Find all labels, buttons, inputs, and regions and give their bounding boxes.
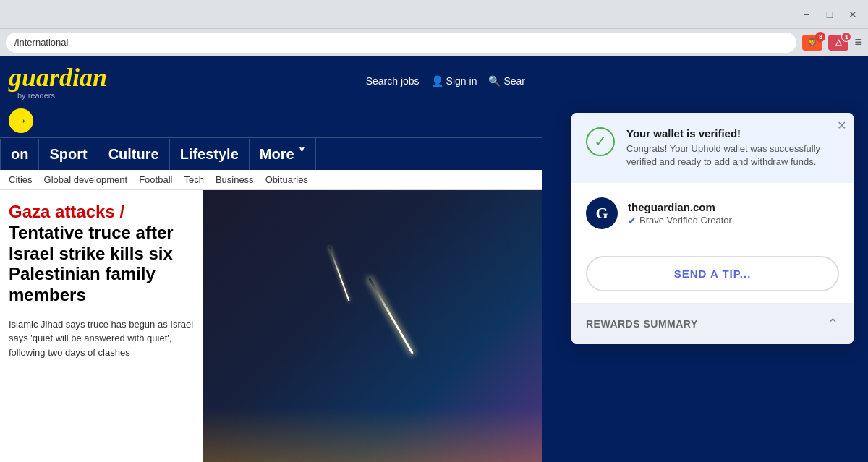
nav-item-culture[interactable]: Culture <box>98 139 170 170</box>
window-controls: − □ ✕ <box>800 8 859 21</box>
guardian-logo: guardian <box>9 62 107 93</box>
browser-titlebar: − □ ✕ <box>0 0 868 29</box>
address-bar[interactable]: /international <box>6 33 796 53</box>
close-button[interactable]: ✕ <box>846 8 859 21</box>
wallet-title: Your wallet is verified! <box>626 127 839 140</box>
secondary-nav-tech[interactable]: Tech <box>184 174 203 185</box>
shield-badge: 8 <box>815 32 825 42</box>
minimize-button[interactable]: − <box>800 8 813 21</box>
creator-section: G theguardian.com ✔ Brave Verified Creat… <box>571 183 854 244</box>
creator-info: theguardian.com ✔ Brave Verified Creator <box>628 201 732 226</box>
city-lights <box>203 408 542 462</box>
creator-verified-label: Brave Verified Creator <box>639 215 732 226</box>
sign-in-link[interactable]: 👤 Sign in <box>431 75 477 87</box>
article-image-placeholder <box>203 190 542 462</box>
nav-item-sport[interactable]: Sport <box>39 139 98 170</box>
support-button[interactable]: → <box>9 108 33 133</box>
search-link[interactable]: 🔍 Sear <box>488 75 525 87</box>
missile-trail-1 <box>368 278 414 354</box>
rewards-summary-section[interactable]: REWARDS SUMMARY ⌃ <box>571 304 854 344</box>
nav-item-lifestyle[interactable]: Lifestyle <box>170 139 250 170</box>
rewards-badge: 1 <box>841 32 851 42</box>
creator-verified-icon: ✔ <box>628 215 637 226</box>
wallet-description: Congrats! Your Uphold wallet was success… <box>626 142 839 168</box>
article-image <box>203 190 542 462</box>
secondary-nav-global[interactable]: Global development <box>44 174 128 185</box>
brave-shield-icon[interactable]: 🦁 8 <box>802 35 822 51</box>
article-headline-red: Gaza attacks / <box>9 202 124 221</box>
guardian-logo-area: guardian by readers <box>9 62 107 103</box>
rewards-summary-label: REWARDS SUMMARY <box>586 318 698 330</box>
creator-name: theguardian.com <box>628 201 732 213</box>
search-icon: 🔍 <box>488 75 501 87</box>
person-icon: 👤 <box>431 75 443 87</box>
missile-trail-2 <box>328 247 349 301</box>
browser-icons: 🦁 8 △ 1 ≡ <box>802 35 862 51</box>
send-tip-button[interactable]: SEND A TIP... <box>586 256 839 291</box>
popup-close-button[interactable]: ✕ <box>837 119 846 132</box>
article-text-section: Gaza attacks / Tentative truce after Isr… <box>0 190 203 462</box>
guardian-top-nav: Search jobs 👤 Sign in 🔍 Sear <box>366 75 534 87</box>
guardian-secondary-nav: Cities Global development Football Tech … <box>0 170 542 190</box>
article-body: Islamic Jihad says truce has begun as Is… <box>9 317 194 360</box>
creator-verified-row: ✔ Brave Verified Creator <box>628 215 732 226</box>
send-tip-section: SEND A TIP... <box>571 244 854 304</box>
url-text: /international <box>14 37 68 48</box>
browser-menu-icon[interactable]: ≡ <box>854 35 862 50</box>
brave-popup: ✕ ✓ Your wallet is verified! Congrats! Y… <box>571 113 854 344</box>
guardian-website: guardian by readers Search jobs 👤 Sign i… <box>0 56 542 462</box>
guardian-top-bar: guardian by readers Search jobs 👤 Sign i… <box>0 62 542 106</box>
secondary-nav-football[interactable]: Football <box>139 174 172 185</box>
guardian-content: Gaza attacks / Tentative truce after Isr… <box>0 190 542 462</box>
guardian-header: guardian by readers Search jobs 👤 Sign i… <box>0 56 542 137</box>
article-headline: Gaza attacks / Tentative truce after Isr… <box>9 202 194 306</box>
wallet-text: Your wallet is verified! Congrats! Your … <box>626 127 839 168</box>
search-jobs-link[interactable]: Search jobs <box>366 75 420 87</box>
wallet-verified-section: ✓ Your wallet is verified! Congrats! You… <box>571 113 854 183</box>
maximize-button[interactable]: □ <box>823 8 836 21</box>
article-headline-black: Tentative truce after Israel strike kill… <box>9 223 174 304</box>
chevron-up-icon: ⌃ <box>827 315 839 333</box>
creator-logo: G <box>586 197 618 229</box>
verified-checkmark-icon: ✓ <box>586 127 615 156</box>
guardian-main-nav: on Sport Culture Lifestyle More ˅ <box>0 137 542 170</box>
main-area: guardian by readers Search jobs 👤 Sign i… <box>0 56 868 462</box>
guardian-tagline: by readers <box>9 91 107 103</box>
nav-item-more[interactable]: More ˅ <box>250 138 316 170</box>
brave-rewards-icon[interactable]: △ 1 <box>828 35 848 51</box>
nav-item-0[interactable]: on <box>0 139 39 170</box>
secondary-nav-cities[interactable]: Cities <box>9 174 33 185</box>
address-bar-row: /international 🦁 8 △ 1 ≡ <box>0 29 868 56</box>
secondary-nav-business[interactable]: Business <box>216 174 254 185</box>
secondary-nav-obituaries[interactable]: Obituaries <box>265 174 308 185</box>
